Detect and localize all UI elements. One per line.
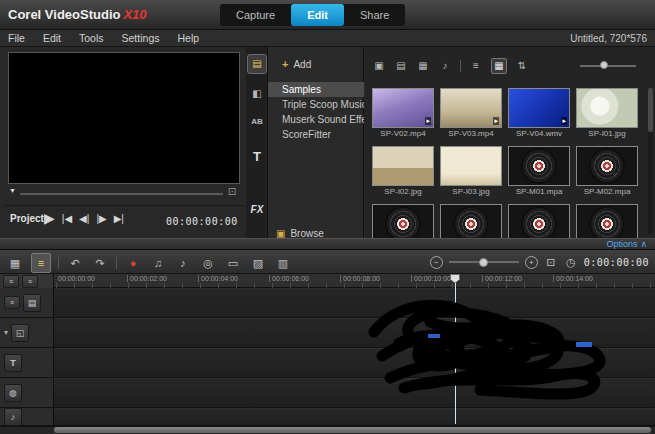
library-panel — [268, 47, 364, 248]
graphic-nav-icon[interactable]: AB — [247, 112, 267, 132]
add-library-button[interactable]: + Add — [282, 58, 311, 70]
motion-tracking-icon[interactable]: ◎ — [199, 254, 217, 272]
thumbnail-size-slider[interactable] — [580, 65, 636, 67]
audio-thumbnail — [576, 146, 638, 186]
library-item-samples[interactable]: Samples — [268, 82, 364, 97]
ruler-label: 00:00:08:00 — [340, 275, 380, 282]
media-thumb[interactable]: SP-I03.jpg — [440, 146, 502, 196]
title-track-icon[interactable]: T — [4, 354, 22, 372]
sound-mixer-icon[interactable]: ♫ — [149, 254, 167, 272]
voice-track-icon[interactable]: ◍ — [4, 384, 22, 402]
end-button[interactable]: ▶| — [114, 213, 124, 224]
scrub-marker-icon[interactable]: ▼ — [9, 187, 16, 194]
transition-nav-icon[interactable]: ◧ — [247, 84, 267, 104]
title-track-header: T — [0, 348, 54, 378]
ruler-label: 00:00:14:00 — [553, 275, 593, 282]
media-thumb[interactable]: SP-M02.mpa — [576, 146, 638, 196]
chevron-up-icon: ∧ — [640, 239, 647, 249]
open-folder-icon[interactable]: ▣ — [372, 59, 386, 73]
batch-convert-icon[interactable]: ▥ — [274, 254, 292, 272]
filter-photo-icon[interactable]: ▦ — [416, 59, 430, 73]
preview-window[interactable] — [8, 52, 240, 184]
app-window: Corel VideoStudioX10 Capture Edit Share … — [0, 0, 655, 434]
music-track-header: ♪ — [0, 408, 54, 426]
timeline-view-icon[interactable]: ≡ — [31, 253, 51, 273]
media-thumb[interactable]: SP-M01.mpa — [508, 146, 570, 196]
track-manager-icon[interactable]: ≡ — [3, 275, 19, 288]
media-thumb-partial[interactable] — [508, 204, 570, 238]
timeline-toolbar-left: ▦ ≡ ↶ ↷ ● ♫ ♪ ◎ ▭ ▨ ▥ — [6, 253, 292, 273]
preview-divider — [4, 205, 245, 206]
menu-edit[interactable]: Edit — [43, 32, 61, 44]
overlay-track-icon[interactable]: ◱ — [11, 324, 29, 342]
filter-nav-icon[interactable]: FX — [247, 200, 267, 220]
media-thumb[interactable]: SP-I02.jpg — [372, 146, 434, 196]
library-item-muserk-sound-effect[interactable]: Muserk Sound Effect — [268, 112, 364, 127]
media-thumb-partial[interactable] — [372, 204, 434, 238]
sort-icon[interactable]: ⇅ — [515, 59, 529, 73]
painting-creator-icon[interactable]: ▨ — [249, 254, 267, 272]
zoom-out-icon[interactable]: − — [430, 256, 443, 269]
media-scrollbar-thumb[interactable] — [648, 88, 653, 132]
menu-tools[interactable]: Tools — [79, 32, 104, 44]
photo-thumbnail — [576, 88, 638, 128]
video-thumbnail: ▸ — [440, 88, 502, 128]
thumbnail-view-icon[interactable]: ▦ — [491, 58, 507, 74]
prev-frame-button[interactable]: ◀| — [79, 213, 89, 224]
undo-icon[interactable]: ↶ — [66, 254, 84, 272]
title-nav-icon[interactable]: T — [247, 146, 267, 166]
subtitle-editor-icon[interactable]: ▭ — [224, 254, 242, 272]
ruler-label: 00:00:10:00 — [411, 275, 451, 282]
horizontal-scrollbar-thumb[interactable] — [54, 427, 651, 433]
filter-audio-icon[interactable]: ♪ — [438, 59, 452, 73]
menu-help[interactable]: Help — [177, 32, 199, 44]
preview-timecode: 00:00:00:00 — [166, 216, 238, 227]
redo-icon[interactable]: ↷ — [91, 254, 109, 272]
media-thumb[interactable]: ▸ SP-V04.wmv — [508, 88, 570, 138]
enlarge-preview-icon[interactable]: ⊡ — [226, 186, 238, 198]
project-duration-icon[interactable]: ◷ — [564, 255, 578, 269]
video-thumbnail: ▸ — [508, 88, 570, 128]
media-thumb[interactable]: ▸ SP-V03.mp4 — [440, 88, 502, 138]
fit-project-icon[interactable]: ⊡ — [544, 255, 558, 269]
ripple-edit-icon[interactable]: ≡ — [22, 275, 38, 288]
media-thumb-partial[interactable] — [440, 204, 502, 238]
media-nav-icon[interactable]: ▤ — [247, 54, 267, 74]
menu-settings[interactable]: Settings — [122, 32, 160, 44]
zoom-in-icon[interactable]: + — [525, 256, 538, 269]
timeline-zoom-slider[interactable] — [449, 261, 519, 263]
next-frame-button[interactable]: |▶ — [96, 213, 106, 224]
ruler-label: 00:00:06:00 — [269, 275, 309, 282]
plus-icon: + — [282, 58, 288, 70]
preview-scrubber[interactable] — [20, 193, 223, 195]
tab-share[interactable]: Share — [344, 4, 405, 26]
menu-file[interactable]: File — [8, 32, 25, 44]
tab-edit[interactable]: Edit — [291, 4, 344, 26]
library-item-scorefitter[interactable]: ScoreFitter — [268, 127, 364, 142]
list-view-icon[interactable]: ≡ — [469, 59, 483, 73]
music-track-icon[interactable]: ♪ — [4, 408, 22, 426]
project-mode-label: Project — [10, 213, 44, 224]
video-track-icon[interactable]: ▤ — [23, 294, 41, 312]
filter-video-icon[interactable]: ▤ — [394, 59, 408, 73]
library-item-triple-scoop-music[interactable]: Triple Scoop Music — [268, 97, 364, 112]
media-thumb[interactable]: ▸ SP-V02.mp4 — [372, 88, 434, 138]
media-thumb[interactable]: SP-I01.jpg — [576, 88, 638, 138]
media-thumb-label: SP-I01.jpg — [576, 129, 638, 138]
media-thumb-partial[interactable] — [576, 204, 638, 238]
timeline-zoom-handle[interactable] — [479, 258, 488, 267]
audio-thumbnail — [508, 146, 570, 186]
track-options-icon[interactable]: ≡ — [4, 296, 20, 309]
expand-track-icon[interactable]: ▾ — [4, 328, 8, 337]
timeline-timecode: 0:00:00:00 — [584, 257, 649, 268]
options-toggle[interactable]: Options ∧ — [606, 239, 647, 249]
music-track-lane[interactable] — [54, 408, 655, 426]
storyboard-view-icon[interactable]: ▦ — [6, 254, 24, 272]
video-track-header: ≡ ▤ — [0, 288, 54, 318]
tab-capture[interactable]: Capture — [220, 4, 291, 26]
home-button[interactable]: |◀ — [62, 213, 72, 224]
play-button[interactable]: ▶ — [44, 210, 55, 226]
thumbnail-size-slider-handle[interactable] — [600, 61, 608, 69]
auto-music-icon[interactable]: ♪ — [174, 254, 192, 272]
record-capture-icon[interactable]: ● — [124, 254, 142, 272]
